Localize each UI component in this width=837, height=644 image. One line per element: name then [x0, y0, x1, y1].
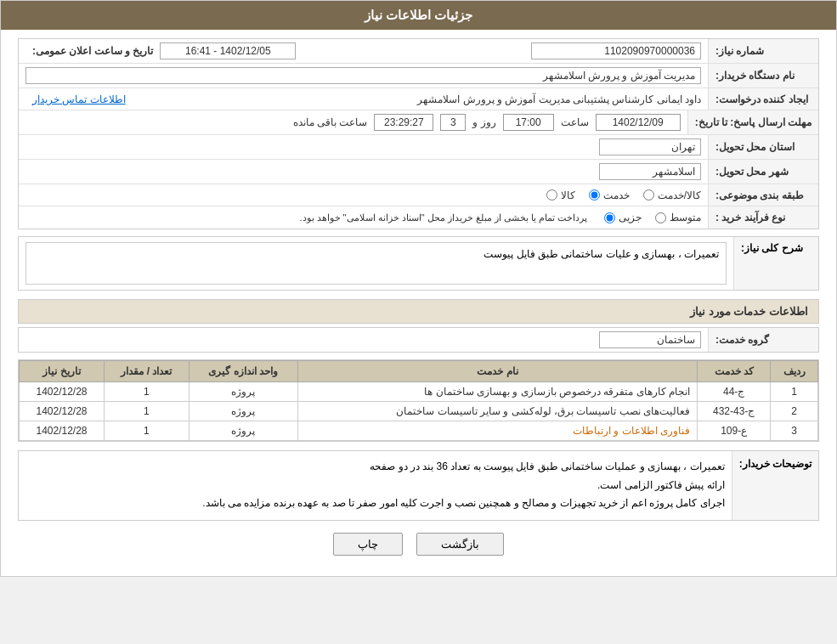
- deadline-row: مهلت ارسال پاسخ: تا تاریخ: 1402/12/09 سا…: [19, 110, 818, 135]
- page-container: جزئیات اطلاعات نیاز شماره نیاز: 11020909…: [0, 0, 837, 577]
- deadline-remaining-field: 23:29:27: [374, 114, 433, 131]
- category-option-kala-khedmat[interactable]: کالا/خدمت: [643, 189, 701, 201]
- buyer-org-row: نام دستگاه خریدار: مدیریت آموزش و پرورش …: [19, 64, 818, 88]
- category-radio-group: کالا/خدمت خدمت کالا: [546, 189, 701, 201]
- need-number-field: 1102090970000036: [531, 42, 701, 59]
- table-cell: 1: [104, 382, 189, 402]
- announce-value-field: 1402/12/05 - 16:41: [160, 42, 296, 59]
- purchase-type-radio-group: متوسط جزیی: [604, 212, 701, 223]
- service-group-value: ساختمان: [19, 328, 708, 352]
- table-cell: 1402/12/28: [20, 402, 105, 421]
- city-label: شهر محل تحویل:: [708, 160, 818, 184]
- main-content: شماره نیاز: 1102090970000036 1402/12/05 …: [1, 30, 836, 576]
- col-date: تاریخ نیاز: [20, 361, 105, 382]
- category-row: طبقه بندی موضوعی: کالا/خدمت خدمت کالا: [19, 184, 818, 206]
- buyer-org-label: نام دستگاه خریدار:: [708, 64, 818, 88]
- buttons-row: بازگشت چاپ: [18, 533, 819, 556]
- print-button[interactable]: چاپ: [333, 533, 403, 556]
- buyer-notes-line1: تعمیرات ، بهسازی و عملیات ساختمانی طبق ف…: [25, 458, 725, 477]
- col-service-name: نام خدمت: [297, 361, 697, 382]
- need-number-value: 1102090970000036 1402/12/05 - 16:41 تاری…: [19, 39, 708, 63]
- table-cell: انجام کارهای متفرقه درخصوص بازسازی و بهس…: [297, 382, 697, 402]
- purchase-type-note: پرداخت تمام یا بخشی از مبلغ خریداز محل "…: [299, 212, 587, 223]
- radio-khedmat[interactable]: [589, 189, 600, 201]
- buyer-org-field: مدیریت آموزش و پرورش اسلامشهر: [25, 67, 701, 84]
- deadline-fields: 1402/12/09 ساعت 17:00 روز و 3 23:29:27 س…: [293, 114, 681, 131]
- deadline-remaining-label: ساعت باقی مانده: [293, 116, 368, 128]
- radio-motavasset-label: متوسط: [670, 212, 701, 223]
- table-cell: پروژه: [189, 382, 297, 402]
- city-field: اسلامشهر: [599, 163, 701, 180]
- province-label: استان محل تحویل:: [708, 135, 818, 159]
- radio-jozii-label: جزیی: [619, 212, 642, 223]
- deadline-value: 1402/12/09 ساعت 17:00 روز و 3 23:29:27 س…: [19, 110, 687, 134]
- need-number-row: شماره نیاز: 1102090970000036 1402/12/05 …: [19, 39, 818, 64]
- service-group-section: گروه خدمت: ساختمان: [18, 327, 819, 353]
- creator-text: داود ایمانی کارشناس پشتیبانی مدیریت آموز…: [417, 93, 701, 105]
- table-cell: 1402/12/28: [20, 421, 105, 441]
- services-info-title: اطلاعات خدمات مورد نیاز: [18, 299, 819, 324]
- radio-kala-khedmat[interactable]: [643, 189, 654, 201]
- need-number-label: شماره نیاز:: [708, 39, 818, 63]
- services-table: ردیف کد خدمت نام خدمت واحد اندازه گیری ت…: [19, 360, 818, 441]
- table-cell: ع-109: [698, 421, 771, 441]
- services-table-container: ردیف کد خدمت نام خدمت واحد اندازه گیری ت…: [18, 359, 819, 442]
- service-group-row: گروه خدمت: ساختمان: [19, 328, 818, 352]
- buyer-notes-section: توضیحات خریدار: تعمیرات ، بهسازی و عملیا…: [18, 450, 819, 521]
- deadline-date-field: 1402/12/09: [596, 114, 681, 131]
- table-cell: 1: [104, 402, 189, 421]
- buyer-notes-label: توضیحات خریدار:: [732, 451, 818, 520]
- back-button[interactable]: بازگشت: [416, 533, 504, 556]
- buyer-notes-line2: ارائه پیش فاکتور الزامی است.: [25, 477, 725, 495]
- table-row: 3ع-109فناوری اطلاعات و ارتباطاتپروژه1140…: [20, 421, 818, 441]
- col-unit: واحد اندازه گیری: [189, 361, 297, 382]
- category-option-kala[interactable]: کالا: [546, 189, 575, 201]
- col-row-num: ردیف: [771, 361, 818, 382]
- table-cell: 2: [771, 402, 818, 421]
- creator-link[interactable]: اطلاعات تماس خریدار: [32, 93, 126, 105]
- radio-kala-khedmat-label: کالا/خدمت: [658, 189, 701, 201]
- table-cell: فناوری اطلاعات و ارتباطات: [297, 421, 697, 441]
- purchase-type-option-motavasset[interactable]: متوسط: [655, 212, 701, 223]
- announce-label: تاریخ و ساعت اعلان عمومی:: [32, 45, 153, 57]
- service-group-label: گروه خدمت:: [708, 328, 818, 352]
- need-desc-label: شرح کلی نیاز:: [733, 237, 818, 290]
- province-row: استان محل تحویل: تهران: [19, 135, 818, 160]
- creator-value: داود ایمانی کارشناس پشتیبانی مدیریت آموز…: [19, 88, 708, 110]
- purchase-type-label: نوع فرآیند خرید :: [708, 206, 818, 229]
- table-cell: 1: [104, 421, 189, 441]
- need-desc-section: شرح کلی نیاز: تعمیرات ، بهسازی و علیات س…: [18, 236, 819, 291]
- city-value: اسلامشهر: [19, 160, 708, 184]
- deadline-time-field: 17:00: [503, 114, 554, 131]
- need-desc-box: تعمیرات ، بهسازی و علیات ساختمانی طبق فا…: [25, 242, 727, 285]
- purchase-type-option-jozii[interactable]: جزیی: [604, 212, 642, 223]
- creator-label: ایجاد کننده درخواست:: [708, 88, 818, 110]
- col-qty: تعداد / مقدار: [104, 361, 189, 382]
- category-value: کالا/خدمت خدمت کالا: [19, 184, 708, 206]
- buyer-notes-line3: اجرای کامل پروژه اعم از خرید تجهیزات و م…: [25, 494, 725, 513]
- radio-kala[interactable]: [546, 189, 557, 201]
- deadline-time-label: ساعت: [561, 116, 589, 128]
- radio-jozii[interactable]: [604, 212, 615, 223]
- creator-row: ایجاد کننده درخواست: داود ایمانی کارشناس…: [19, 88, 818, 110]
- table-cell: ج-44: [698, 382, 771, 402]
- category-label: طبقه بندی موضوعی:: [708, 184, 818, 206]
- table-cell: ج-43-432: [698, 402, 771, 421]
- deadline-days-label: روز و: [472, 116, 495, 128]
- category-option-khedmat[interactable]: خدمت: [589, 189, 630, 201]
- purchase-type-value: متوسط جزیی پرداخت تمام یا بخشی از مبلغ خ…: [19, 206, 708, 229]
- table-row: 1ج-44انجام کارهای متفرقه درخصوص بازسازی …: [20, 382, 818, 402]
- city-row: شهر محل تحویل: اسلامشهر: [19, 160, 818, 184]
- province-field: تهران: [599, 138, 701, 155]
- province-value: تهران: [19, 135, 708, 159]
- deadline-label: مهلت ارسال پاسخ: تا تاریخ:: [687, 110, 818, 134]
- services-table-body: 1ج-44انجام کارهای متفرقه درخصوص بازسازی …: [20, 382, 818, 441]
- table-cell: پروژه: [189, 421, 297, 441]
- radio-motavasset[interactable]: [655, 212, 666, 223]
- buyer-org-value: مدیریت آموزش و پرورش اسلامشهر: [19, 64, 708, 88]
- col-service-code: کد خدمت: [698, 361, 771, 382]
- deadline-days-field: 3: [440, 114, 466, 131]
- table-cell: 3: [771, 421, 818, 441]
- service-group-field: ساختمان: [599, 331, 701, 348]
- purchase-type-row: نوع فرآیند خرید : متوسط جزیی پرداخت تمام…: [19, 206, 818, 229]
